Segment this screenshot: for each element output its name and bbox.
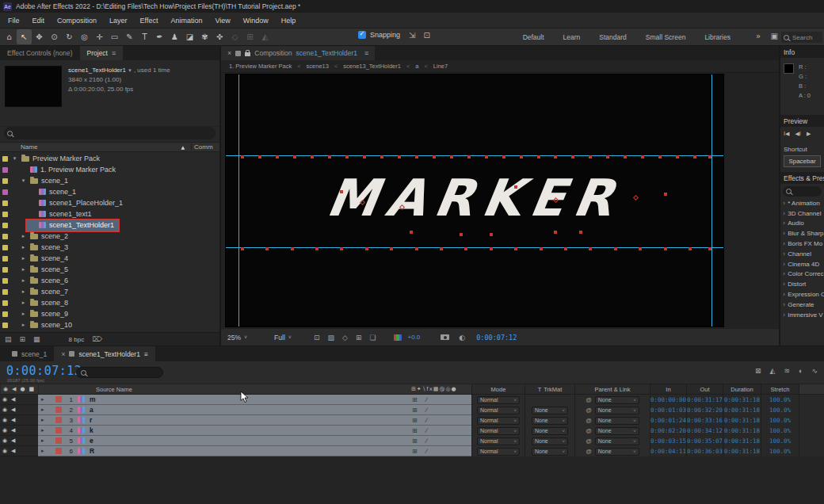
marker-point[interactable] — [664, 247, 667, 250]
in-value[interactable]: 0:00:01:03 — [650, 405, 686, 415]
region-of-interest-icon[interactable]: ⊡ — [314, 334, 320, 342]
out-column[interactable]: Out — [686, 384, 723, 394]
label-color-chip[interactable] — [2, 323, 8, 328]
mode-cell[interactable]: Normal˅ — [471, 436, 525, 446]
layer-row-3[interactable]: ◉◀▸3r⊞∕Normal˅None˅@None˅0:00:01:240:00:… — [0, 415, 824, 426]
out-value[interactable]: 0:00:35:07 — [686, 436, 723, 446]
layer-color-chip[interactable] — [55, 437, 62, 444]
marker-point[interactable] — [624, 155, 627, 158]
marker-point[interactable] — [311, 155, 314, 158]
marker-point[interactable] — [502, 155, 505, 158]
quality-icon[interactable]: ∕ — [426, 396, 427, 403]
help-search-field[interactable]: Search — [781, 32, 822, 43]
label-color-chip[interactable] — [2, 256, 8, 262]
marker-point[interactable] — [514, 185, 517, 189]
grid-options-icon[interactable]: ⊡ — [423, 31, 429, 40]
marker-point[interactable] — [345, 155, 349, 158]
comp-canvas[interactable]: MARKER — [226, 74, 723, 326]
workspace-learn[interactable]: Learn — [563, 33, 581, 41]
twirl-icon[interactable]: ▸ — [20, 311, 27, 317]
layer-color-chip[interactable] — [55, 417, 62, 423]
channel-color-icon[interactable] — [394, 334, 402, 341]
marker-point[interactable] — [606, 155, 609, 158]
trkmat-column[interactable]: T TrkMat — [525, 384, 574, 394]
in-value[interactable]: 0:00:03:15 — [650, 436, 686, 446]
tree-item-scene-4-folder[interactable]: ▸scene_4 — [0, 253, 219, 264]
layer-row-6[interactable]: ◉◀▸6R⊞∕Normal˅None˅@None˅0:00:04:110:00:… — [0, 446, 824, 456]
parent-cell[interactable]: @None˅ — [574, 395, 650, 405]
close-icon[interactable]: × — [61, 350, 65, 358]
duration-value[interactable]: 0:00:31:18 — [723, 436, 761, 446]
parent-cell[interactable]: @None˅ — [574, 405, 650, 415]
trkmat-cell[interactable]: None˅ — [525, 405, 574, 415]
marker-point[interactable] — [467, 155, 471, 158]
column-comment[interactable]: Comm — [191, 143, 219, 151]
breadcrumb-item-scene13[interactable]: scene13 — [307, 63, 329, 70]
twirl-icon[interactable]: ▸ — [20, 277, 27, 284]
tree-item-scene-1-folder[interactable]: ▾scene_1 — [0, 175, 219, 186]
tree-item-scene-1-comp[interactable]: scene_1 — [0, 186, 219, 197]
puppet-pin-tool[interactable]: ✜ — [212, 29, 227, 44]
marker-point[interactable] — [293, 155, 296, 158]
tab-effect-controls[interactable]: Effect Controls (none) — [0, 46, 80, 60]
pickwhip-icon[interactable]: @ — [586, 396, 592, 403]
menu-help[interactable]: Help — [275, 13, 303, 28]
close-icon[interactable]: × — [227, 49, 231, 57]
marker-point[interactable] — [315, 247, 319, 250]
breadcrumb-item-line7[interactable]: Line7 — [433, 63, 448, 70]
parent-cell[interactable]: @None˅ — [574, 446, 650, 456]
marker-point[interactable] — [433, 155, 436, 158]
transparency-grid-icon[interactable]: ▨ — [327, 334, 334, 342]
audio-icon[interactable]: ◀ — [11, 437, 15, 444]
mode-cell[interactable]: Normal˅ — [471, 395, 525, 405]
tree-item-scene-3-folder[interactable]: ▸scene_3 — [0, 242, 219, 253]
expand-caret-icon[interactable]: › — [783, 230, 785, 237]
marker-point[interactable] — [708, 247, 711, 250]
marker-point[interactable] — [537, 155, 540, 158]
layer-row-1[interactable]: ◉◀▸1m⊞∕Normal˅@None˅0:00:00:000:00:31:17… — [0, 395, 824, 405]
dropdown[interactable]: None˅ — [595, 427, 639, 435]
layer-main-cell[interactable]: ▸4k⊞∕ — [38, 426, 471, 436]
expand-caret-icon[interactable]: › — [783, 261, 785, 268]
trkmat-cell[interactable]: None˅ — [525, 436, 574, 446]
tree-item-scene-6-folder[interactable]: ▸scene_6 — [0, 275, 219, 286]
twirl-icon[interactable]: ▸ — [41, 448, 48, 454]
mask-visibility-icon[interactable]: ◇ — [342, 334, 348, 342]
tree-item-preview-marker-pack-folder[interactable]: ▾Preview Marker Pack — [0, 153, 219, 164]
dropdown[interactable]: None˅ — [595, 396, 639, 404]
collapse-transformations-icon[interactable]: ⊞ — [412, 407, 418, 414]
zoom-tool[interactable]: ⊙ — [47, 29, 62, 44]
dropdown[interactable]: Normal˅ — [477, 417, 520, 425]
panel-layout-icon[interactable]: ▣ — [771, 32, 778, 40]
orbit-camera-tool[interactable]: ◎ — [77, 29, 92, 44]
tree-item-1-preview-marker-pack-comp[interactable]: 1. Preview Marker Pack — [0, 164, 219, 175]
menu-effect[interactable]: Effect — [134, 13, 165, 28]
dropdown[interactable]: None˅ — [532, 448, 568, 456]
dropdown[interactable]: Normal˅ — [477, 427, 520, 435]
new-folder-icon[interactable]: ⊞ — [20, 335, 26, 343]
marker-point[interactable] — [340, 247, 343, 250]
effects-category-generate[interactable]: ›Generate — [780, 300, 824, 310]
stretch-value[interactable]: 100.0% — [761, 395, 799, 405]
tree-item-scene-5-folder[interactable]: ▸scene_5 — [0, 264, 219, 275]
marker-point[interactable] — [365, 247, 368, 250]
label-color-chip[interactable] — [2, 200, 8, 206]
expand-caret-icon[interactable]: › — [783, 291, 785, 298]
twirl-icon[interactable]: ▸ — [20, 255, 27, 262]
effects-category-distort[interactable]: ›Distort — [780, 279, 824, 289]
layer-row-5[interactable]: ◉◀▸5e⊞∕Normal˅None˅@None˅0:00:03:150:00:… — [0, 436, 824, 446]
workspace-libraries[interactable]: Libraries — [704, 33, 731, 41]
dropdown[interactable]: None˅ — [595, 437, 639, 445]
stretch-value[interactable]: 100.0% — [761, 415, 799, 426]
marker-point[interactable] — [490, 233, 493, 236]
menu-edit[interactable]: Edit — [26, 13, 52, 28]
pickwhip-icon[interactable]: @ — [586, 427, 592, 434]
label-color-chip[interactable] — [2, 245, 8, 250]
roto-brush-tool[interactable]: ✾ — [197, 29, 212, 44]
effects-category-3d-channel[interactable]: ›3D Channel — [780, 208, 824, 219]
dropdown[interactable]: Normal˅ — [477, 407, 520, 414]
dropdown[interactable]: None˅ — [595, 448, 639, 456]
in-value[interactable]: 0:00:00:00 — [650, 395, 686, 405]
column-name[interactable]: Name — [0, 143, 191, 151]
collapse-transformations-icon[interactable]: ⊞ — [412, 417, 418, 424]
